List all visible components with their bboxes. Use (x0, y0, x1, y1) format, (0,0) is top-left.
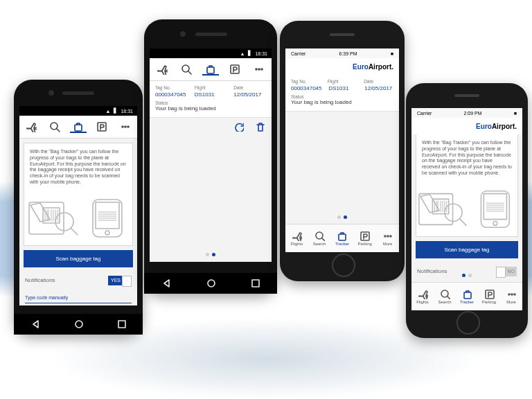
tab-parking[interactable] (96, 121, 107, 132)
parking-icon (96, 121, 107, 132)
tab-more[interactable] (120, 121, 131, 132)
svg-point-18 (261, 69, 263, 70)
tab-search[interactable]: Search (434, 283, 456, 310)
top-tab-bar (150, 58, 272, 81)
more-icon (506, 289, 517, 299)
svg-rect-27 (419, 193, 453, 224)
search-icon (440, 289, 450, 299)
suitcase-icon (462, 289, 472, 299)
phone-android-intro: ▲▋18:31 With the "Bag Tracker" you can f… (14, 80, 143, 335)
svg-rect-12 (118, 321, 125, 328)
tab-tracker[interactable]: Tracker (331, 224, 354, 252)
nav-home[interactable] (206, 278, 216, 290)
page-dots (411, 271, 522, 278)
tab-tracker[interactable] (205, 64, 216, 75)
nav-recent[interactable] (250, 278, 260, 290)
notifications-toggle[interactable]: YES (108, 276, 132, 285)
svg-point-25 (387, 236, 389, 237)
tab-search[interactable] (181, 64, 192, 75)
top-tab-bar (19, 116, 137, 139)
more-icon (120, 121, 131, 132)
svg-rect-20 (252, 280, 259, 287)
svg-rect-2 (98, 123, 106, 131)
parking-icon (229, 64, 240, 75)
manual-code-input[interactable]: Type code manually (25, 292, 132, 303)
ios-tab-bar: Flights Search Tracker Parking More (285, 224, 399, 252)
tab-tracker[interactable]: Tracker (456, 283, 478, 310)
nav-back[interactable] (161, 278, 172, 290)
parking-icon (484, 289, 495, 299)
flight-number: DS1031 (195, 91, 227, 98)
phone-ios-details: Carrier 6:39 PM ■ EuroAirport. Tag No. F… (280, 21, 405, 281)
detail-values: 0000347045 DS1031 12/05/2017 (285, 85, 399, 94)
brand-header: EuroAirport. (411, 118, 522, 134)
flight-number: DS1031 (329, 85, 358, 91)
svg-point-26 (390, 236, 391, 237)
tab-flights[interactable]: Flights (285, 224, 308, 252)
ios-tab-bar: Flights Search Tracker Parking More (411, 282, 522, 310)
more-icon (254, 64, 265, 75)
intro-card: With the "Bag Tracker" you can follow th… (416, 134, 518, 237)
svg-point-30 (493, 221, 497, 225)
suitcase-icon (205, 64, 216, 75)
tab-parking[interactable] (229, 64, 240, 75)
tab-parking[interactable]: Parking (478, 283, 500, 310)
svg-point-4 (125, 126, 126, 127)
svg-rect-6 (29, 202, 64, 234)
tab-search[interactable] (49, 121, 60, 132)
nav-back[interactable] (30, 319, 41, 330)
svg-rect-34 (486, 290, 494, 299)
tab-flights[interactable] (157, 64, 168, 75)
scan-button[interactable]: Scan baggage tag (416, 241, 518, 258)
tab-more[interactable] (254, 64, 265, 75)
android-nav-bar (14, 314, 143, 335)
intro-card: With the "Bag Tracker" you can follow th… (24, 143, 133, 246)
tab-parking[interactable]: Parking (353, 224, 376, 252)
svg-rect-10 (96, 202, 119, 229)
tab-more[interactable]: More (500, 283, 522, 310)
bag-status: Your bag is being loaded (150, 105, 272, 118)
svg-point-9 (105, 231, 109, 235)
refresh-button[interactable] (234, 122, 244, 133)
svg-point-36 (511, 294, 513, 295)
detail-values: 0000347045 DS1031 12/05/2017 (150, 91, 272, 100)
svg-point-3 (122, 126, 123, 127)
trash-icon (255, 122, 265, 132)
suitcase-icon (337, 231, 347, 241)
search-icon (314, 231, 325, 241)
plane-icon (26, 121, 37, 132)
delete-button[interactable] (255, 122, 265, 133)
tab-search[interactable]: Search (308, 224, 331, 252)
svg-point-19 (208, 280, 215, 287)
svg-point-35 (508, 294, 510, 295)
nav-home[interactable] (73, 319, 84, 330)
phone-android-details: ▲▋18:31 Tag No. Flight Date 0000347045 D… (144, 19, 277, 294)
intro-text: With the "Bag Tracker" you can follow th… (24, 143, 132, 191)
svg-point-11 (76, 321, 82, 328)
page-dots (150, 250, 272, 258)
svg-rect-33 (464, 292, 471, 299)
tab-flights[interactable] (26, 121, 37, 132)
refresh-icon (234, 122, 244, 132)
bag-scan-illustration (26, 194, 130, 242)
detail-headers: Tag No. Flight Date (150, 81, 272, 91)
tab-flights[interactable]: Flights (411, 283, 434, 310)
tab-more[interactable]: More (376, 224, 399, 252)
search-icon (49, 121, 60, 132)
page-dots (285, 213, 399, 220)
svg-rect-14 (207, 67, 214, 73)
scan-button[interactable]: Scan baggage tag (24, 250, 133, 267)
svg-point-37 (514, 294, 515, 295)
svg-rect-15 (231, 65, 239, 73)
bag-date: 12/05/2017 (233, 91, 266, 98)
tab-tracker[interactable] (73, 121, 84, 132)
phone-ios-intro: Carrier 2:09 PM ■ EuroAirport. With the … (406, 83, 528, 338)
bag-status: Your bag is being loaded (285, 99, 399, 112)
android-status-bar: ▲▋18:31 (19, 106, 137, 116)
plane-icon (157, 64, 168, 75)
android-nav-bar (144, 273, 277, 294)
nav-recent[interactable] (116, 319, 127, 330)
svg-point-24 (384, 236, 386, 237)
svg-point-5 (127, 126, 129, 127)
parking-icon (360, 231, 370, 241)
